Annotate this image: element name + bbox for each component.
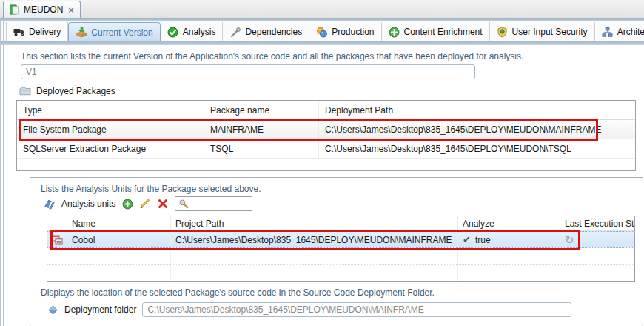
add-circle-icon xyxy=(389,26,400,38)
tab-dependencies[interactable]: Dependencies xyxy=(223,22,309,41)
editor-tabstrip: MEUDON × xyxy=(0,0,644,18)
tab-current-version[interactable]: Current Version xyxy=(68,22,160,41)
packages-folder-icon xyxy=(19,85,31,97)
table-row-cobol[interactable]: Cobol C:\Users\James\Desktop\835_1645\DE… xyxy=(47,231,634,248)
filter-pen-icon xyxy=(178,198,189,210)
refresh-status-icon: ↻ xyxy=(565,234,574,245)
deployed-packages-label: Deployed Packages xyxy=(36,86,115,96)
shield-icon xyxy=(497,26,509,38)
empty-row xyxy=(47,248,634,265)
deployment-folder-input[interactable] xyxy=(142,302,571,317)
column-header-type[interactable]: Type xyxy=(17,101,204,119)
tab-label: Production xyxy=(332,27,374,37)
tab-label: Content Enrichment xyxy=(404,27,483,37)
current-version-panel: This section lists the current Version o… xyxy=(0,45,644,326)
add-analysis-unit-button[interactable] xyxy=(121,198,133,210)
application-window: MEUDON × Delivery Current Version Analys… xyxy=(0,0,644,326)
book-icon xyxy=(44,198,56,210)
analyze-value: true xyxy=(475,235,491,245)
column-header-last-execution-status[interactable]: Last Execution Status xyxy=(560,216,634,230)
analysis-unit-icon xyxy=(47,232,67,247)
tab-production[interactable]: Production xyxy=(309,22,381,41)
edit-pencil-icon[interactable] xyxy=(139,198,151,210)
check-icon: ✔ xyxy=(463,234,471,245)
deployment-folder-description: Displays the location of the selected Pa… xyxy=(41,287,638,298)
section-description: This section lists the current Version o… xyxy=(21,51,635,61)
window-trim-line xyxy=(3,21,4,326)
filter-input[interactable] xyxy=(192,199,249,209)
analysis-units-filter[interactable] xyxy=(175,196,252,211)
deployed-packages-header: Deployed Packages xyxy=(19,85,635,97)
analysis-units-toolbar: Analysis units xyxy=(44,196,638,211)
column-header-project-path[interactable]: Project Path xyxy=(171,216,458,230)
table-row-sqlserver-package[interactable]: SQLServer Extraction Package TSQL C:\Use… xyxy=(17,139,635,159)
tab-user-input-security[interactable]: User Input Security xyxy=(490,22,595,41)
table-row-file-system-package[interactable]: File System Package MAINFRAME C:\Users\J… xyxy=(17,120,635,139)
table-empty-area xyxy=(17,159,635,170)
deployment-folder-row: Deployment folder xyxy=(47,302,638,317)
column-header-icon xyxy=(47,216,67,230)
tab-label: Current Version xyxy=(91,27,152,38)
tab-content-enrichment[interactable]: Content Enrichment xyxy=(382,22,490,41)
analysis-icon xyxy=(167,26,179,38)
window-trim-line xyxy=(0,21,1,326)
analysis-units-label: Analysis units xyxy=(61,199,115,209)
analysis-unit-name: Cobol xyxy=(67,232,171,247)
analysis-units-table: Name Project Path Analyze Last Execution… xyxy=(47,216,635,282)
document-icon xyxy=(8,4,20,16)
delivery-truck-icon xyxy=(13,26,25,38)
version-input[interactable] xyxy=(21,64,475,79)
tab-architecture-models[interactable]: Architecture Models xyxy=(595,22,644,41)
column-header-name[interactable]: Name xyxy=(67,216,171,230)
diamond-icon xyxy=(47,304,58,316)
tab-label: Dependencies xyxy=(245,27,302,37)
dependencies-pin-icon xyxy=(229,26,241,38)
package-type: File System Package xyxy=(17,120,204,139)
package-path: C:\Users\James\Desktop\835_1645\DEPLOY\M… xyxy=(319,120,635,139)
tab-delivery[interactable]: Delivery xyxy=(6,22,68,41)
package-path: C:\Users\James\Desktop\835_1645\DEPLOY\M… xyxy=(319,139,635,158)
column-header-analyze[interactable]: Analyze xyxy=(458,216,560,230)
tab-label: Architecture Models xyxy=(617,27,644,37)
table-header-row: Type Package name Deployment Path xyxy=(17,101,635,120)
package-name: TSQL xyxy=(204,139,319,158)
tab-analysis[interactable]: Analysis xyxy=(161,22,224,41)
deployed-packages-table: Type Package name Deployment Path File S… xyxy=(16,100,636,171)
deployment-folder-label: Deployment folder xyxy=(64,305,136,315)
analyze-cell[interactable]: ✔ true xyxy=(458,232,560,247)
table-header-row: Name Project Path Analyze Last Execution… xyxy=(47,216,634,231)
analysis-units-description: Lists the Analysis Units for the Package… xyxy=(41,184,638,194)
analysis-units-groupbox: Lists the Analysis Units for the Package… xyxy=(30,177,643,326)
package-version-icon xyxy=(76,27,87,39)
tab-label: User Input Security xyxy=(512,27,588,37)
last-execution-status-cell: ↻ xyxy=(560,232,634,247)
delete-x-icon[interactable] xyxy=(157,198,169,210)
column-header-package-name[interactable]: Package name xyxy=(204,101,319,119)
editor-tab-title: MEUDON xyxy=(24,4,63,15)
close-icon[interactable]: × xyxy=(68,4,74,16)
package-type: SQLServer Extraction Package xyxy=(17,139,204,158)
section-tabbar: Delivery Current Version Analysis Depend… xyxy=(0,21,644,41)
production-icon xyxy=(316,26,328,38)
column-header-deployment-path[interactable]: Deployment Path xyxy=(319,101,635,119)
analysis-unit-project-path: C:\Users\James\Desktop\835_1645\DEPLOY\M… xyxy=(171,232,458,247)
tab-label: Delivery xyxy=(29,27,61,37)
empty-row xyxy=(47,265,634,281)
architecture-hierarchy-icon xyxy=(602,26,614,38)
editor-tab-meudon[interactable]: MEUDON × xyxy=(3,1,81,18)
package-name: MAINFRAME xyxy=(204,120,319,139)
tab-label: Analysis xyxy=(183,27,216,37)
